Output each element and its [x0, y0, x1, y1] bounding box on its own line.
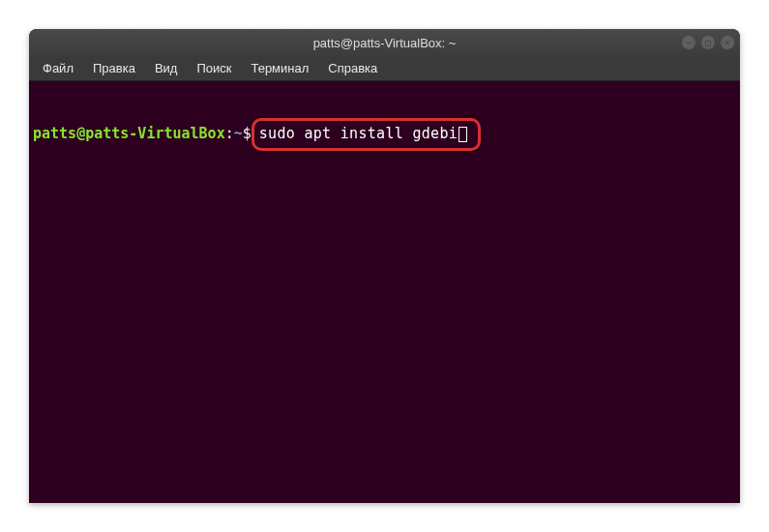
close-icon: × [725, 38, 729, 47]
prompt-line: patts@patts-VirtualBox:~$ sudo apt insta… [33, 125, 736, 144]
maximize-button[interactable]: □ [701, 36, 715, 49]
menu-help[interactable]: Справка [320, 59, 385, 77]
close-button[interactable]: × [721, 36, 734, 49]
minimize-button[interactable]: – [682, 36, 695, 49]
command-text: sudo apt install gdebi [259, 125, 458, 144]
menu-edit[interactable]: Правка [85, 59, 143, 77]
terminal-window: patts@patts-VirtualBox: ~ – □ × Файл Пра… [29, 29, 740, 503]
terminal-body[interactable]: patts@patts-VirtualBox:~$ sudo apt insta… [29, 81, 740, 188]
menubar: Файл Правка Вид Поиск Терминал Справка [29, 56, 740, 81]
menu-view[interactable]: Вид [147, 59, 186, 77]
prompt-userhost: patts@patts-VirtualBox [33, 125, 225, 144]
minimize-icon: – [686, 38, 691, 47]
command-highlight: sudo apt install gdebi [259, 125, 467, 144]
prompt-symbol: $ [243, 125, 251, 144]
window-controls: – □ × [682, 36, 734, 49]
menu-terminal[interactable]: Терминал [243, 59, 316, 77]
menu-file[interactable]: Файл [35, 59, 81, 77]
menu-search[interactable]: Поиск [189, 59, 239, 77]
titlebar[interactable]: patts@patts-VirtualBox: ~ – □ × [29, 29, 740, 56]
maximize-icon: □ [705, 38, 710, 47]
prompt-separator: : [225, 125, 234, 144]
cursor-icon [458, 127, 467, 142]
prompt-path: ~ [234, 125, 243, 144]
window-title: patts@patts-VirtualBox: ~ [313, 36, 457, 50]
